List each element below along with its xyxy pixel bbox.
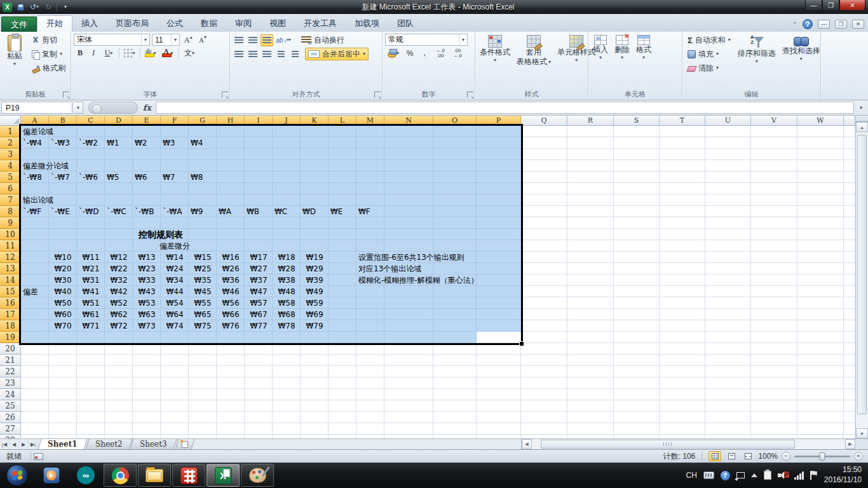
cell-R25[interactable] (567, 400, 614, 412)
row-header-7[interactable]: 7 (0, 194, 21, 206)
cell-C19[interactable] (77, 332, 105, 343)
cell-A7[interactable] (21, 194, 49, 206)
cell-Q20[interactable] (521, 343, 567, 355)
cell-T3[interactable] (660, 149, 705, 160)
cell-I22[interactable] (245, 366, 273, 377)
cell-E5[interactable] (133, 172, 161, 183)
cell-K27[interactable] (301, 423, 329, 435)
cell-P26[interactable] (477, 412, 521, 423)
col-header-I[interactable]: I (245, 116, 273, 126)
cell-S18[interactable] (614, 320, 660, 332)
cell-G5[interactable] (189, 172, 217, 183)
cell-G9[interactable] (189, 217, 217, 229)
cell-S27[interactable] (614, 423, 660, 435)
cell-H16[interactable] (217, 297, 245, 309)
cell-W22[interactable] (797, 366, 844, 377)
cell-T14[interactable] (660, 274, 705, 286)
cell-G3[interactable] (189, 149, 217, 160)
cell-K7[interactable] (301, 194, 329, 206)
cell-N21[interactable] (384, 355, 433, 366)
cell-U22[interactable] (705, 366, 751, 377)
shrink-font-button[interactable]: A▾ (196, 34, 209, 46)
cell-T2[interactable] (660, 137, 705, 149)
page-break-view-button[interactable] (742, 451, 754, 461)
cell-V5[interactable] (751, 172, 797, 183)
cell-I2[interactable] (245, 137, 273, 149)
cell-D6[interactable] (105, 183, 133, 194)
cell-R23[interactable] (567, 377, 614, 389)
cell-M12[interactable] (356, 252, 384, 263)
cell-G13[interactable] (189, 263, 217, 274)
cell-I11[interactable] (245, 240, 273, 252)
cell-K24[interactable] (301, 389, 329, 400)
cell-K26[interactable] (301, 412, 329, 423)
cell-L21[interactable] (329, 355, 356, 366)
cell-G2[interactable] (189, 137, 217, 149)
cell-D9[interactable] (105, 217, 133, 229)
cell-E25[interactable] (133, 400, 161, 412)
cell-D7[interactable] (105, 194, 133, 206)
cell-U26[interactable] (705, 412, 751, 423)
cell-H18[interactable] (217, 320, 245, 332)
cell-O25[interactable] (433, 400, 477, 412)
cell-F4[interactable] (161, 160, 189, 172)
cell-G22[interactable] (189, 366, 217, 377)
cell-N16[interactable] (384, 297, 433, 309)
cell-Q7[interactable] (521, 194, 567, 206)
cell-J16[interactable] (273, 297, 301, 309)
cell-U16[interactable] (705, 297, 751, 309)
cell-R11[interactable] (567, 240, 614, 252)
cell-W28[interactable] (797, 435, 844, 438)
cell-L25[interactable] (329, 400, 356, 412)
cell-P2[interactable] (477, 137, 521, 149)
cell-G6[interactable] (189, 183, 217, 194)
tray-clock[interactable]: 15:50 2016/11/10 (824, 465, 862, 485)
cell-A18[interactable] (21, 320, 49, 332)
align-top-button[interactable] (233, 34, 245, 46)
cell-V9[interactable] (751, 217, 797, 229)
cell-P9[interactable] (477, 217, 521, 229)
cell-A5[interactable] (21, 172, 49, 183)
next-sheet-button[interactable]: ▶ (19, 439, 29, 449)
cell-K16[interactable] (301, 297, 329, 309)
cell-D19[interactable] (105, 332, 133, 343)
percent-style-button[interactable]: % (403, 47, 416, 59)
phonetic-button[interactable]: 文▾ (180, 47, 198, 59)
cell-T1[interactable] (660, 126, 705, 137)
zoom-level[interactable]: 100% (758, 452, 778, 461)
cell-A16[interactable] (21, 297, 49, 309)
cell-x18[interactable] (844, 320, 855, 332)
cell-A4[interactable] (21, 160, 49, 172)
cell-J7[interactable] (273, 194, 301, 206)
cell-M11[interactable] (356, 240, 384, 252)
cell-U12[interactable] (705, 252, 751, 263)
cell-E28[interactable] (133, 435, 161, 438)
cell-E2[interactable] (133, 137, 161, 149)
cell-F22[interactable] (161, 366, 189, 377)
cell-K8[interactable] (301, 206, 329, 217)
cell-O16[interactable] (433, 297, 477, 309)
cell-P4[interactable] (477, 160, 521, 172)
wrap-text-button[interactable]: 自动换行 (299, 34, 347, 46)
cell-G20[interactable] (189, 343, 217, 355)
row-header-14[interactable]: 14 (0, 274, 21, 286)
save-button[interactable] (15, 1, 26, 13)
cell-V6[interactable] (751, 183, 797, 194)
delete-cells-button[interactable]: 删除▾ (613, 34, 632, 62)
cell-N7[interactable] (384, 194, 433, 206)
cell-U10[interactable] (705, 229, 751, 240)
cell-E24[interactable] (133, 389, 161, 400)
cell-O27[interactable] (433, 423, 477, 435)
cell-P28[interactable] (477, 435, 521, 438)
cell-H3[interactable] (217, 149, 245, 160)
cell-A23[interactable] (21, 377, 49, 389)
collapse-ribbon-icon[interactable]: ⌃ (792, 21, 797, 28)
cell-S16[interactable] (614, 297, 660, 309)
cell-L26[interactable] (329, 412, 356, 423)
cell-T28[interactable] (660, 435, 705, 438)
sheet-tab-Sheet2[interactable]: Sheet2 (85, 439, 132, 449)
cell-M17[interactable] (356, 309, 384, 320)
cell-G1[interactable] (189, 126, 217, 137)
col-header-F[interactable]: F (161, 116, 189, 126)
format-painter-button[interactable]: 格式刷 (29, 62, 68, 74)
